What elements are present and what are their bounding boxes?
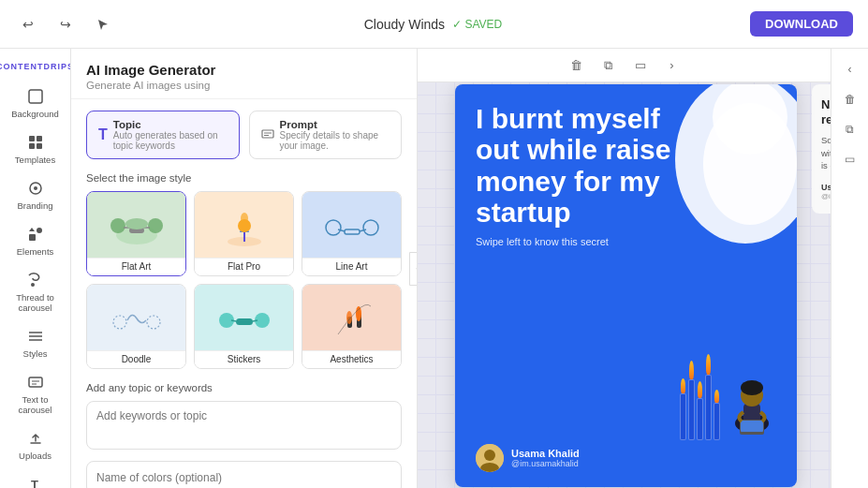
side-text: So what I did is that I bui... without a… — [821, 134, 831, 171]
svg-rect-7 — [29, 234, 36, 241]
line-art-preview — [302, 192, 401, 258]
svg-rect-2 — [37, 136, 42, 141]
uploads-icon — [25, 428, 46, 449]
styles-grid: Flat Art Flat Pro — [86, 191, 402, 369]
keywords-section: Add any topic or keywords — [86, 382, 402, 488]
svg-rect-49 — [236, 318, 253, 325]
slide-avatar — [476, 444, 504, 472]
style-card-aesthetics[interactable]: Aesthetics — [302, 284, 402, 369]
sidebar-item-thread[interactable]: Thread to carousel — [6, 264, 66, 318]
text-carousel-icon — [25, 372, 46, 392]
app-logo: CONTENTDRIPS — [0, 56, 71, 79]
svg-point-41 — [363, 220, 378, 235]
canvas-toolbar: 🗑 ⧉ ▭ › — [418, 49, 831, 82]
canvas-trash-icon[interactable]: 🗑 — [565, 53, 589, 78]
aesthetics-label: Aesthetics — [302, 350, 401, 368]
svg-point-39 — [241, 213, 248, 224]
colors-input[interactable] — [86, 461, 402, 488]
svg-rect-3 — [29, 143, 35, 149]
right-trash-icon[interactable]: 🗑 — [837, 86, 863, 112]
add-texts-icon: T — [25, 474, 46, 488]
keywords-textarea[interactable] — [86, 401, 402, 450]
svg-point-8 — [37, 228, 42, 233]
svg-point-59 — [741, 380, 763, 395]
sidebar-item-text[interactable]: Text to carousel — [6, 366, 66, 421]
slide-user-name: Usama Khalid — [511, 448, 580, 459]
style-card-doodle[interactable]: Doodle — [86, 284, 186, 369]
branding-icon — [25, 178, 46, 199]
slide-user-area: Usama Khalid @im.usamakhalid — [476, 444, 776, 472]
panel-title: AI Image Generator — [86, 62, 402, 78]
svg-line-43 — [338, 229, 345, 231]
prompt-icon — [261, 127, 274, 143]
slide-side-preview: Never build somet... research So what I … — [812, 84, 831, 214]
style-card-line-art[interactable]: Line Art — [302, 191, 402, 276]
sidebar-label-branding: Branding — [17, 200, 52, 211]
panel-collapse-button[interactable]: ‹ — [409, 252, 418, 286]
svg-point-40 — [326, 220, 341, 235]
svg-point-9 — [31, 283, 35, 287]
svg-point-32 — [148, 218, 163, 233]
panel-subtitle: Generate AI images using — [86, 80, 402, 91]
icon-sidebar: CONTENTDRIPS Background Templates Brandi… — [0, 49, 71, 488]
main-slide[interactable]: I burnt myself out while raise money for… — [455, 84, 797, 487]
flat-art-label: Flat Art — [87, 258, 185, 275]
slide-container: I burnt myself out while raise money for… — [455, 84, 831, 487]
sidebar-item-templates[interactable]: Templates — [6, 126, 66, 170]
svg-line-50 — [231, 320, 236, 321]
styles-label: Select the image style — [86, 172, 402, 184]
svg-rect-42 — [345, 229, 360, 234]
sidebar-item-background[interactable]: Background — [6, 81, 66, 125]
canvas-area: 🗑 ⧉ ▭ › I burnt myself out while raise m… — [418, 49, 831, 488]
styles-icon — [25, 326, 46, 347]
mode-prompt-title: Prompt — [280, 119, 390, 130]
canvas-duplicate-icon[interactable]: ⧉ — [596, 53, 621, 78]
sidebar-item-branding[interactable]: Branding — [6, 172, 66, 216]
svg-point-46 — [147, 316, 160, 329]
mode-tab-topic[interactable]: T Topic Auto generates based on topic ke… — [86, 111, 240, 159]
elements-icon — [25, 224, 46, 244]
svg-rect-1 — [29, 136, 35, 141]
style-card-flat-pro[interactable]: Flat Pro — [194, 191, 294, 276]
canvas-more-icon[interactable]: › — [660, 53, 684, 78]
sidebar-item-addtexts[interactable]: T Add Texts — [6, 468, 66, 488]
templates-icon — [25, 132, 46, 153]
download-button[interactable]: DOWNLOAD — [750, 11, 853, 37]
sidebar-item-uploads[interactable]: Uploads — [6, 422, 66, 466]
svg-rect-61 — [741, 421, 763, 432]
ai-panel: AI Image Generator Generate AI images us… — [71, 49, 418, 488]
style-card-flat-art[interactable]: Flat Art — [86, 191, 186, 276]
topbar-right: DOWNLOAD — [750, 11, 853, 37]
right-chevron-icon[interactable]: ‹ — [837, 56, 863, 82]
sidebar-label-background: Background — [11, 109, 59, 119]
right-frame-icon[interactable]: ▭ — [837, 146, 863, 172]
svg-line-44 — [360, 229, 366, 231]
mode-tab-prompt[interactable]: Prompt Specify details to shape your ima… — [249, 111, 403, 159]
redo-button[interactable]: ↪ — [52, 11, 79, 37]
mode-topic-title: Topic — [113, 119, 228, 130]
figure-illustration — [727, 356, 778, 440]
doodle-preview — [87, 285, 185, 350]
cursor-tool-button[interactable] — [90, 11, 116, 37]
sidebar-label-templates: Templates — [15, 155, 55, 165]
svg-rect-27 — [262, 130, 273, 138]
topbar: ↩ ↪ Cloudy Winds ✓ SAVED DOWNLOAD — [0, 0, 868, 49]
right-copy-icon[interactable]: ⧉ — [837, 116, 863, 142]
svg-rect-13 — [29, 377, 42, 387]
svg-line-51 — [253, 320, 257, 321]
canvas-frame-icon[interactable]: ▭ — [628, 53, 653, 78]
cursor-icon — [96, 18, 110, 31]
doodle-label: Doodle — [87, 350, 185, 368]
topbar-center: Cloudy Winds ✓ SAVED — [364, 17, 503, 32]
side-user-handle: @im.usamakhalid — [821, 192, 831, 200]
slide-subtitle: Swipe left to know this secret — [476, 236, 776, 247]
sidebar-item-elements[interactable]: Elements — [6, 218, 66, 262]
flat-art-preview — [87, 192, 185, 258]
keywords-label: Add any topic or keywords — [86, 382, 402, 393]
svg-point-6 — [34, 186, 37, 190]
stickers-preview — [195, 285, 293, 350]
undo-button[interactable]: ↩ — [15, 11, 41, 37]
style-card-stickers[interactable]: Stickers — [194, 284, 294, 369]
panel-header: AI Image Generator Generate AI images us… — [71, 49, 417, 99]
sidebar-item-styles[interactable]: Styles — [6, 320, 66, 364]
